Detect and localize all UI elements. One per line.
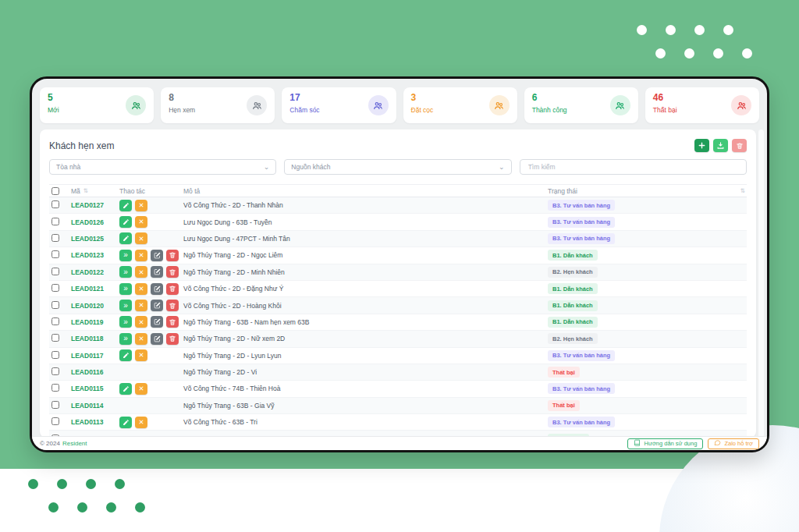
edit-detail-button[interactable] xyxy=(151,300,163,311)
forward-button[interactable]: » xyxy=(119,300,132,311)
row-actions: ✕ xyxy=(119,216,183,228)
delete-button[interactable] xyxy=(732,139,747,152)
cancel-button[interactable]: ✕ xyxy=(135,383,147,395)
stat-card: 6 Thành công xyxy=(524,87,638,123)
zalo-support-button[interactable]: Zalo hỗ trợ xyxy=(708,438,759,449)
lead-id[interactable]: LEAD0114 xyxy=(71,402,119,410)
row-checkbox[interactable] xyxy=(51,234,59,242)
edit-detail-button[interactable] xyxy=(151,333,163,345)
cancel-button[interactable]: ✕ xyxy=(135,250,147,261)
page-title: Khách hẹn xem xyxy=(49,140,114,151)
edit-button[interactable] xyxy=(119,216,132,228)
row-actions: »✕ xyxy=(119,316,183,328)
building-select[interactable]: Tòa nhà ⌄ xyxy=(49,159,276,175)
search-box xyxy=(520,159,747,175)
cancel-button[interactable]: ✕ xyxy=(135,417,147,428)
row-checkbox[interactable] xyxy=(51,417,59,425)
edit-button[interactable] xyxy=(119,383,132,395)
row-actions: »✕ xyxy=(119,333,183,345)
stat-value: 3 xyxy=(411,93,434,102)
status-badge: B2. Hẹn khách xyxy=(548,267,598,278)
row-checkbox[interactable] xyxy=(51,351,59,359)
row-checkbox[interactable] xyxy=(51,401,59,409)
stat-card: 17 Chăm sóc xyxy=(282,87,396,123)
forward-button[interactable]: » xyxy=(119,333,132,345)
edit-detail-button[interactable] xyxy=(151,250,163,261)
cancel-button[interactable]: ✕ xyxy=(135,333,147,345)
edit-detail-button[interactable] xyxy=(151,266,163,278)
sort-icon[interactable]: ⇅ xyxy=(83,187,88,194)
lead-id[interactable]: LEAD0121 xyxy=(71,285,119,293)
select-all-checkbox[interactable] xyxy=(51,187,59,195)
scrollbar-track[interactable] xyxy=(758,129,764,438)
lead-id[interactable]: LEAD0126 xyxy=(71,218,119,226)
lead-id[interactable]: LEAD0119 xyxy=(71,318,119,326)
lead-id[interactable]: LEAD0117 xyxy=(71,352,119,360)
cancel-button[interactable]: ✕ xyxy=(135,283,147,295)
forward-button[interactable]: » xyxy=(119,266,132,278)
row-checkbox[interactable] xyxy=(51,301,59,309)
users-icon xyxy=(126,95,146,115)
lead-description: Ngô Thúy Trang - 2D - Nữ xem 2D xyxy=(183,335,548,342)
table-row: LEAD0123 »✕ Ngô Thúy Trang - 2D - Ngọc L… xyxy=(49,247,747,264)
cancel-button[interactable]: ✕ xyxy=(135,200,147,211)
cancel-button[interactable]: ✕ xyxy=(135,232,147,244)
forward-button[interactable]: » xyxy=(119,250,132,261)
lead-description: Ngô Thúy Trang - 2D - Minh Nhiên xyxy=(183,268,548,276)
status-badge: B3. Tư vấn bán hàng xyxy=(548,417,615,427)
edit-button[interactable] xyxy=(119,232,132,244)
cancel-button[interactable]: ✕ xyxy=(135,316,147,328)
cancel-button[interactable]: ✕ xyxy=(135,300,147,311)
row-checkbox[interactable] xyxy=(51,284,59,292)
users-icon xyxy=(731,95,751,115)
export-button[interactable] xyxy=(713,139,728,152)
delete-row-button[interactable] xyxy=(166,316,179,328)
row-checkbox[interactable] xyxy=(51,384,59,392)
row-checkbox[interactable] xyxy=(51,317,59,325)
edit-detail-button[interactable] xyxy=(151,316,163,328)
lead-id[interactable]: LEAD0125 xyxy=(71,235,119,243)
lead-id[interactable]: LEAD0118 xyxy=(71,335,119,342)
lead-id[interactable]: LEAD0122 xyxy=(71,268,119,276)
row-checkbox[interactable] xyxy=(51,218,59,225)
lead-id[interactable]: LEAD0120 xyxy=(71,302,119,310)
delete-row-button[interactable] xyxy=(166,250,179,261)
lead-id[interactable]: LEAD0113 xyxy=(71,418,119,426)
cancel-button[interactable]: ✕ xyxy=(135,216,147,228)
table-row: LEAD0122 »✕ Ngô Thúy Trang - 2D - Minh N… xyxy=(49,264,747,281)
table-row: LEAD0119 »✕ Ngô Thúy Trang - 63B - Nam h… xyxy=(49,314,747,331)
sort-icon[interactable]: ⇅ xyxy=(740,187,745,194)
lead-id[interactable]: LEAD0127 xyxy=(71,201,119,209)
lead-description: Ngô Thúy Trang - 2D - Ngọc Liêm xyxy=(183,251,548,259)
source-select[interactable]: Nguồn khách ⌄ xyxy=(284,159,511,175)
edit-button[interactable] xyxy=(119,349,132,361)
edit-button[interactable] xyxy=(119,200,132,211)
forward-button[interactable]: » xyxy=(119,283,132,295)
decor-dots-bottom-left xyxy=(28,479,145,512)
add-button[interactable] xyxy=(694,139,709,152)
delete-row-button[interactable] xyxy=(166,283,179,295)
search-input[interactable] xyxy=(527,162,740,172)
edit-detail-button[interactable] xyxy=(151,283,163,295)
table-header: Mã ⇅ Thao tác Mô tả Trạng thái ⇅ xyxy=(49,184,747,197)
row-checkbox[interactable] xyxy=(51,367,59,375)
lead-id[interactable]: LEAD0116 xyxy=(71,368,119,376)
row-checkbox[interactable] xyxy=(51,200,59,208)
chevron-down-icon: ⌄ xyxy=(264,164,270,170)
lead-id[interactable]: LEAD0115 xyxy=(71,385,119,392)
edit-button[interactable] xyxy=(119,417,132,428)
row-checkbox[interactable] xyxy=(51,250,59,258)
guide-button[interactable]: Hướng dẫn sử dụng xyxy=(627,438,703,449)
delete-row-button[interactable] xyxy=(166,266,179,278)
delete-row-button[interactable] xyxy=(166,300,179,311)
brand-link[interactable]: Resident xyxy=(62,440,87,447)
stat-card: 3 Đặt cọc xyxy=(403,87,517,123)
row-actions: »✕ xyxy=(119,283,183,295)
cancel-button[interactable]: ✕ xyxy=(135,266,147,278)
forward-button[interactable]: » xyxy=(119,316,132,328)
lead-id[interactable]: LEAD0123 xyxy=(71,251,119,259)
delete-row-button[interactable] xyxy=(166,333,179,345)
row-checkbox[interactable] xyxy=(51,334,59,342)
row-checkbox[interactable] xyxy=(51,268,59,275)
cancel-button[interactable]: ✕ xyxy=(135,349,147,361)
